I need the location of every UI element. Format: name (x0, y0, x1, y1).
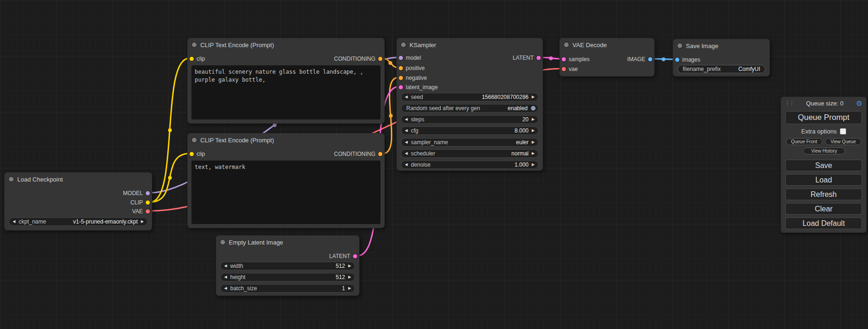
input-port-samples[interactable] (562, 57, 566, 62)
node-title: KSampler (409, 42, 436, 49)
widget-denoise[interactable]: ◀ denoise 1.000 ▶ (401, 161, 538, 169)
input-port-negative[interactable] (399, 76, 403, 80)
arrow-left-icon[interactable]: ◀ (224, 264, 227, 268)
collapse-dot[interactable] (564, 42, 569, 47)
gear-icon[interactable]: ⚙ (856, 100, 862, 107)
collapse-dot[interactable] (192, 138, 197, 142)
output-port-clip[interactable] (146, 201, 150, 205)
wire-midpoint-dot (662, 57, 665, 61)
save-button[interactable]: Save (785, 160, 862, 171)
input-port-clip[interactable] (190, 152, 194, 156)
node-title: Load Checkpoint (17, 176, 63, 183)
arrow-right-icon[interactable]: ▶ (532, 163, 535, 167)
node-vae-decode[interactable]: VAE Decode samples IMAGE vae (559, 38, 655, 77)
output-port-latent[interactable] (353, 254, 357, 259)
collapse-dot[interactable] (192, 42, 197, 47)
widget-height[interactable]: ◀ height 512 ▶ (220, 273, 355, 281)
node-ksampler[interactable]: KSampler model LATENT positive negative … (396, 38, 543, 171)
arrow-right-icon[interactable]: ▶ (348, 264, 351, 268)
clear-button[interactable]: Clear (785, 203, 862, 215)
queue-panel-header[interactable]: ⋮⋮ Queue size: 0 ⚙ (781, 97, 866, 109)
widget-cfg[interactable]: ◀ cfg 8.000 ▶ (401, 126, 538, 135)
widget-value: 1 (342, 285, 345, 292)
input-port-vae[interactable] (562, 67, 566, 71)
extra-options-row: Extra options (781, 128, 866, 135)
widget-sampler-name[interactable]: ◀ sampler_name euler ▶ (401, 138, 538, 147)
arrow-left-icon[interactable]: ◀ (405, 118, 408, 121)
collapse-dot[interactable] (401, 42, 406, 47)
widget-label: filename_prefix (683, 66, 720, 72)
node-save-image[interactable]: Save Image images filename_prefix ComfyU… (673, 39, 770, 77)
node-header[interactable]: CLIP Text Encode (Prompt) (188, 38, 384, 51)
load-button[interactable]: Load (785, 174, 862, 186)
queue-front-button[interactable]: Queue Front (786, 138, 822, 145)
node-header[interactable]: Load Checkpoint (5, 173, 152, 186)
arrow-left-icon[interactable]: ◀ (405, 163, 408, 167)
widget-ckpt-name[interactable]: ◀ ckpt_name v1-5-pruned-emaonly.ckpt ▶ (9, 217, 148, 226)
output-port-image[interactable] (648, 57, 652, 62)
widget-random-seed-toggle[interactable]: Random seed after every gen enabled (401, 104, 538, 112)
widget-filename-prefix[interactable]: filename_prefix ComfyUI (677, 65, 765, 73)
arrow-left-icon[interactable]: ◀ (224, 275, 227, 279)
arrow-right-icon[interactable]: ▶ (348, 275, 351, 279)
arrow-right-icon[interactable]: ▶ (532, 152, 535, 155)
wire-midpoint-dot (168, 176, 172, 180)
drag-handle-icon[interactable]: ⋮⋮ (785, 100, 793, 106)
widget-steps[interactable]: ◀ steps 20 ▶ (401, 115, 538, 124)
node-clip-text-encode-negative[interactable]: CLIP Text Encode (Prompt) clip CONDITION… (187, 133, 385, 228)
output-port-model[interactable] (146, 191, 150, 196)
view-queue-button[interactable]: View Queue (825, 138, 861, 145)
extra-options-checkbox[interactable] (840, 128, 846, 134)
graph-canvas[interactable]: Load Checkpoint MODEL CLIP VAE ◀ ckpt_na… (0, 0, 868, 329)
queue-prompt-button[interactable]: Queue Prompt (785, 111, 862, 124)
output-port-vae[interactable] (146, 210, 150, 214)
arrow-right-icon[interactable]: ▶ (532, 95, 535, 99)
widget-width[interactable]: ◀ width 512 ▶ (220, 262, 355, 270)
widget-batch-size[interactable]: ◀ batch_size 1 ▶ (220, 284, 355, 293)
collapse-dot[interactable] (220, 240, 225, 245)
arrow-right-icon[interactable]: ▶ (532, 129, 535, 133)
view-history-button[interactable]: View History (803, 147, 845, 154)
prompt-text-input[interactable]: beautiful scenery nature glass bottle la… (191, 65, 381, 119)
arrow-right-icon[interactable]: ▶ (141, 220, 144, 224)
output-port-conditioning[interactable] (378, 152, 382, 156)
arrow-left-icon[interactable]: ◀ (405, 140, 408, 144)
collapse-dot[interactable] (9, 177, 14, 182)
prompt-text-input[interactable]: text, watermark (191, 161, 381, 224)
node-load-checkpoint[interactable]: Load Checkpoint MODEL CLIP VAE ◀ ckpt_na… (4, 172, 152, 231)
output-port-conditioning[interactable] (378, 57, 382, 61)
load-default-button[interactable]: Load Default (785, 217, 862, 229)
widget-scheduler[interactable]: ◀ scheduler normal ▶ (401, 149, 538, 158)
input-port-positive[interactable] (399, 66, 403, 70)
node-header[interactable]: Save Image (673, 39, 769, 52)
wire-midpoint-dot (388, 61, 392, 65)
collapse-dot[interactable] (677, 43, 682, 48)
arrow-left-icon[interactable]: ◀ (224, 287, 227, 290)
node-empty-latent-image[interactable]: Empty Latent Image LATENT ◀ width 512 ▶ … (216, 235, 360, 296)
input-port-images[interactable] (675, 58, 679, 62)
arrow-right-icon[interactable]: ▶ (532, 118, 535, 121)
arrow-left-icon[interactable]: ◀ (405, 129, 408, 133)
widget-value: euler (516, 139, 529, 146)
node-header[interactable]: CLIP Text Encode (Prompt) (188, 133, 384, 147)
node-header[interactable]: Empty Latent Image (216, 236, 359, 249)
node-header[interactable]: VAE Decode (560, 38, 654, 51)
input-port-model[interactable] (399, 56, 403, 60)
refresh-button[interactable]: Refresh (785, 189, 862, 200)
arrow-left-icon[interactable]: ◀ (405, 152, 408, 155)
toggle-dot[interactable] (531, 106, 536, 111)
queue-panel[interactable]: ⋮⋮ Queue size: 0 ⚙ Queue Prompt Extra op… (781, 97, 867, 233)
input-port-clip[interactable] (190, 57, 194, 61)
node-header[interactable]: KSampler (397, 38, 543, 51)
arrow-left-icon[interactable]: ◀ (13, 220, 15, 224)
widget-seed[interactable]: ◀ seed 156680208700286 ▶ (401, 93, 538, 101)
arrow-left-icon[interactable]: ◀ (405, 95, 408, 99)
port-row: LATENT (216, 252, 359, 261)
output-port-latent[interactable] (536, 56, 541, 60)
input-port-latent-image[interactable] (399, 85, 403, 90)
arrow-right-icon[interactable]: ▶ (348, 287, 351, 290)
node-clip-text-encode-positive[interactable]: CLIP Text Encode (Prompt) clip CONDITION… (187, 38, 385, 124)
port-row: negative (397, 73, 543, 83)
arrow-right-icon[interactable]: ▶ (532, 140, 535, 144)
extra-options-label: Extra options (801, 128, 837, 135)
